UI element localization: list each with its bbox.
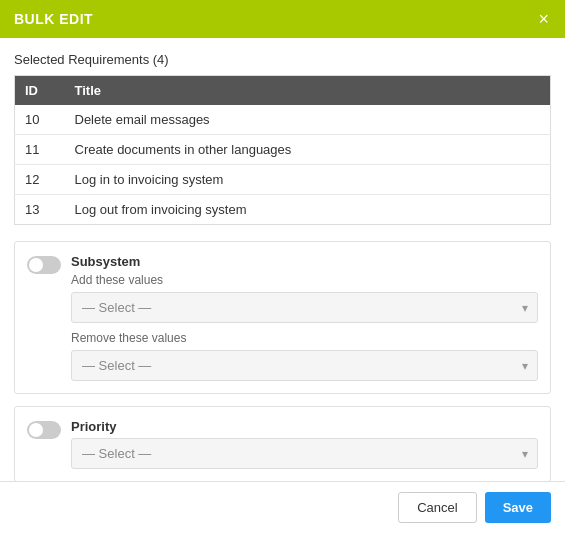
field-block-priority: Priority — Select — ▾ [14, 406, 551, 481]
toggle-priority[interactable] [27, 421, 61, 439]
toggle-wrap-priority [27, 419, 61, 442]
col-id: ID [15, 76, 65, 106]
fields-container: Subsystem Add these values — Select — ▾ … [14, 241, 551, 481]
field-label-priority: Priority [71, 419, 117, 434]
cell-title: Delete email messages [65, 105, 551, 135]
field-label-subsystem: Subsystem [71, 254, 140, 269]
bulk-edit-modal: BULK EDIT × Selected Requirements (4) ID… [0, 0, 565, 533]
select-priority[interactable]: — Select — [71, 438, 538, 469]
modal-body: Selected Requirements (4) ID Title 10 De… [0, 38, 565, 481]
modal-footer: Cancel Save [0, 481, 565, 533]
cell-title: Log in to invoicing system [65, 165, 551, 195]
table-row: 11 Create documents in other languages [15, 135, 551, 165]
field-label-row-priority: Priority [71, 419, 538, 438]
modal-title: BULK EDIT [14, 11, 93, 27]
table-header-row: ID Title [15, 76, 551, 106]
close-button[interactable]: × [536, 10, 551, 28]
add-label-subsystem: Add these values [71, 273, 538, 287]
field-label-row-subsystem: Subsystem [71, 254, 538, 273]
cell-id: 11 [15, 135, 65, 165]
cell-title: Log out from invoicing system [65, 195, 551, 225]
remove-select-subsystem[interactable]: — Select — [71, 350, 538, 381]
remove-label-subsystem: Remove these values [71, 331, 538, 345]
toggle-subsystem[interactable] [27, 256, 61, 274]
save-button[interactable]: Save [485, 492, 551, 523]
remove-select-wrap-subsystem: — Select — ▾ [71, 350, 538, 381]
col-title: Title [65, 76, 551, 106]
cell-id: 12 [15, 165, 65, 195]
field-content-priority: Priority — Select — ▾ [71, 419, 538, 469]
table-body: 10 Delete email messages 11 Create docum… [15, 105, 551, 225]
add-select-subsystem[interactable]: — Select — [71, 292, 538, 323]
select-wrap-priority: — Select — ▾ [71, 438, 538, 469]
add-select-wrap-subsystem: — Select — ▾ [71, 292, 538, 323]
cell-id: 13 [15, 195, 65, 225]
requirements-table: ID Title 10 Delete email messages 11 Cre… [14, 75, 551, 225]
modal-header: BULK EDIT × [0, 0, 565, 38]
field-block-subsystem: Subsystem Add these values — Select — ▾ … [14, 241, 551, 394]
cell-title: Create documents in other languages [65, 135, 551, 165]
table-row: 12 Log in to invoicing system [15, 165, 551, 195]
section-title: Selected Requirements (4) [14, 52, 551, 67]
toggle-wrap-subsystem [27, 254, 61, 277]
table-row: 13 Log out from invoicing system [15, 195, 551, 225]
field-content-subsystem: Subsystem Add these values — Select — ▾ … [71, 254, 538, 381]
table-row: 10 Delete email messages [15, 105, 551, 135]
cancel-button[interactable]: Cancel [398, 492, 476, 523]
cell-id: 10 [15, 105, 65, 135]
